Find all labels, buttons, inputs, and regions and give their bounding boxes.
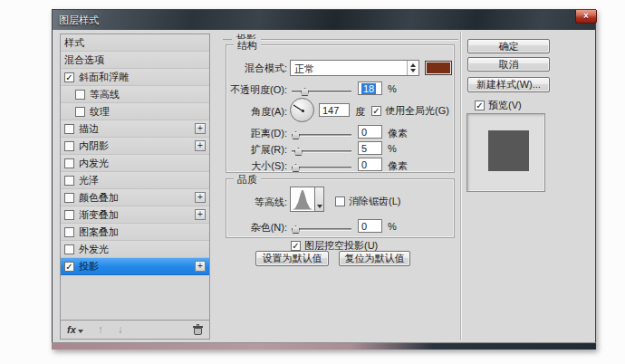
distance-slider[interactable] — [292, 131, 351, 139]
slider-thumb[interactable] — [292, 164, 300, 172]
item-checkbox[interactable] — [64, 193, 74, 203]
reset-default-button[interactable]: 复位为默认值 — [339, 251, 410, 266]
sidebar-item[interactable]: 纹理 — [61, 103, 209, 120]
angle-dial[interactable] — [290, 98, 314, 122]
slider-thumb[interactable] — [292, 225, 300, 234]
slider-thumb[interactable] — [292, 131, 300, 139]
close-icon: × — [583, 11, 589, 21]
style-list-toolbar: fx ↑ ↓ — [61, 320, 209, 339]
sidebar-item[interactable]: ✓投影+ — [61, 258, 209, 275]
expand-plus-icon[interactable]: + — [195, 209, 206, 220]
sidebar-item-label: 外发光 — [79, 243, 109, 256]
title-bar[interactable]: 图层样式 × — [53, 10, 595, 30]
sidebar-item[interactable]: 外发光 — [61, 241, 209, 258]
item-checkbox[interactable] — [64, 227, 74, 237]
structure-group: 结构 混合模式: 正常 不透明度(O): 18 % 角度(A): 147 — [226, 44, 455, 173]
spread-input[interactable]: 5 — [358, 141, 382, 155]
noise-slider[interactable] — [292, 225, 351, 234]
size-slider[interactable] — [292, 164, 351, 172]
caret-down-icon — [78, 330, 83, 333]
sidebar-item-label: 图案叠加 — [79, 225, 119, 239]
angle-label: 角度(A): — [251, 105, 287, 119]
arrow-up-icon: ↑ — [98, 323, 103, 336]
sidebar-item[interactable]: 渐变叠加+ — [61, 206, 209, 224]
size-input[interactable]: 0 — [358, 158, 382, 171]
item-checkbox[interactable] — [64, 124, 74, 134]
spread-label: 扩展(R): — [251, 143, 287, 157]
use-global-light-checkbox[interactable]: ✓ — [371, 106, 381, 116]
sidebar-item-label: 投影 — [79, 260, 99, 273]
expand-plus-icon[interactable]: + — [195, 140, 206, 151]
make-default-button[interactable]: 设置为默认值 — [255, 251, 329, 266]
sidebar-item[interactable]: 描边+ — [61, 120, 209, 138]
sidebar-item-label: 描边 — [79, 122, 99, 136]
sidebar-item[interactable]: 图案叠加 — [61, 224, 209, 241]
fx-menu-button[interactable]: fx — [67, 324, 83, 335]
contour-thumbnail[interactable] — [290, 187, 315, 212]
cancel-button[interactable]: 取消 — [467, 57, 550, 72]
shadow-color-swatch[interactable] — [425, 61, 452, 75]
item-checkbox[interactable] — [64, 141, 74, 151]
window-bottom-border — [52, 342, 596, 350]
contour-dropdown-button[interactable] — [315, 187, 324, 212]
contour-curve-icon — [292, 188, 313, 210]
slider-thumb[interactable] — [301, 88, 309, 96]
item-checkbox[interactable] — [75, 90, 85, 100]
sidebar-item[interactable]: ✓斜面和浮雕 — [61, 69, 209, 86]
sidebar-item-label: 颜色叠加 — [79, 191, 119, 205]
expand-plus-icon[interactable]: + — [195, 123, 206, 134]
slider-thumb[interactable] — [294, 148, 303, 156]
quality-group: 品质 等高线: 消除锯齿(L) 杂色(N): 0 % — [226, 178, 455, 238]
expand-plus-icon[interactable]: + — [195, 261, 206, 272]
opacity-input[interactable]: 18 — [358, 81, 382, 95]
angle-unit: 度 — [355, 105, 365, 119]
preview-checkbox[interactable]: ✓ — [475, 101, 485, 110]
sidebar-item-label: 内发光 — [79, 157, 109, 170]
blend-mode-value: 正常 — [294, 62, 314, 76]
style-preview-square — [488, 130, 529, 171]
distance-input[interactable]: 0 — [358, 125, 382, 139]
move-up-button[interactable]: ↑ — [98, 324, 103, 335]
spread-slider[interactable] — [292, 148, 351, 156]
size-unit: 像素 — [388, 159, 408, 173]
item-checkbox[interactable] — [64, 210, 74, 220]
sidebar-item[interactable]: 样式 — [61, 34, 209, 52]
item-checkbox[interactable] — [64, 158, 74, 168]
angle-input[interactable]: 147 — [319, 103, 350, 117]
sidebar-item[interactable]: 光泽 — [61, 172, 209, 189]
distance-label: 距离(D): — [251, 127, 287, 140]
delete-style-button[interactable] — [193, 325, 203, 335]
layer-style-dialog: 图层样式 × 样式混合选项✓斜面和浮雕等高线纹理描边+内阴影+内发光光泽颜色叠加… — [52, 9, 596, 350]
move-down-button[interactable]: ↓ — [118, 324, 123, 335]
opacity-slider[interactable] — [292, 88, 351, 96]
sidebar-item[interactable]: 颜色叠加+ — [61, 189, 209, 206]
blend-mode-select[interactable]: 正常 — [290, 60, 419, 76]
new-style-button[interactable]: 新建样式(W)... — [467, 77, 550, 92]
sidebar-item[interactable]: 内阴影+ — [61, 138, 209, 155]
ok-button[interactable]: 确定 — [467, 39, 550, 53]
sidebar-item[interactable]: 混合选项 — [61, 52, 209, 69]
expand-plus-icon[interactable]: + — [195, 192, 206, 203]
item-checkbox[interactable]: ✓ — [64, 262, 74, 272]
noise-unit: % — [388, 221, 397, 232]
sidebar-item[interactable]: 内发光 — [61, 155, 209, 172]
item-checkbox[interactable]: ✓ — [64, 72, 74, 82]
sidebar-item-label: 渐变叠加 — [79, 208, 119, 222]
close-button[interactable]: × — [575, 10, 597, 24]
blend-mode-label: 混合模式: — [245, 62, 287, 75]
item-checkbox[interactable] — [64, 244, 74, 254]
item-checkbox[interactable] — [64, 176, 74, 186]
use-global-light-label: 使用全局光(G) — [385, 104, 449, 118]
sidebar-item-label: 内阴影 — [79, 139, 109, 153]
distance-row: 距离(D): 0 像素 — [226, 125, 454, 141]
panel-divider — [460, 32, 461, 340]
caret-down-icon — [317, 205, 322, 208]
spread-row: 扩展(R): 5 % — [226, 141, 454, 158]
sidebar-item-label: 等高线 — [90, 88, 120, 101]
item-checkbox[interactable] — [75, 107, 85, 117]
antialias-checkbox[interactable] — [335, 196, 345, 206]
noise-input[interactable]: 0 — [358, 219, 382, 233]
layer-knockout-checkbox[interactable]: ✓ — [291, 241, 301, 251]
sidebar-item-label: 混合选项 — [64, 53, 104, 67]
sidebar-item[interactable]: 等高线 — [61, 86, 209, 103]
